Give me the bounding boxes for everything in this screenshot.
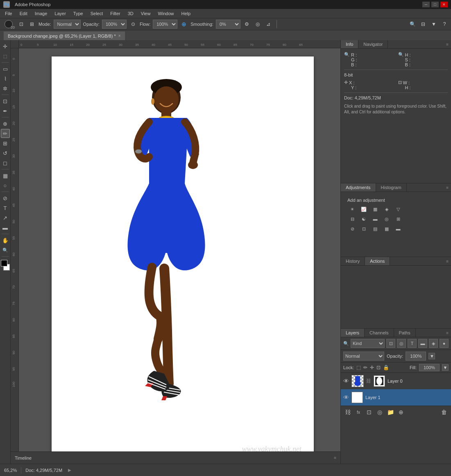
- lock-all-icon[interactable]: 🔒: [383, 365, 389, 370]
- info-panel-menu[interactable]: ≡: [444, 41, 451, 48]
- layers-panel-menu[interactable]: ≡: [444, 329, 451, 337]
- help-icon[interactable]: ?: [440, 20, 449, 28]
- adj-bw[interactable]: ☯: [359, 215, 369, 223]
- brush-settings-icon[interactable]: ⊞: [28, 20, 36, 28]
- maximize-button[interactable]: □: [431, 2, 439, 7]
- document-tab[interactable]: Background change.jpeg @ 65,2% (Layer 1,…: [3, 31, 125, 40]
- menu-help[interactable]: Help: [178, 10, 194, 17]
- add-style-icon[interactable]: fx: [354, 408, 363, 417]
- tool-zoom[interactable]: 🔍: [1, 246, 10, 255]
- adj-vibrance[interactable]: ◈: [382, 205, 392, 213]
- tool-marquee[interactable]: ▭: [1, 64, 10, 73]
- menu-filter[interactable]: Filter: [107, 10, 123, 17]
- filter-kind-select[interactable]: Kind: [351, 339, 385, 348]
- tool-lasso[interactable]: ⌇: [1, 74, 10, 83]
- history-panel-menu[interactable]: ≡: [444, 257, 451, 265]
- tool-path-selection[interactable]: ↗: [1, 213, 10, 222]
- adj-hsl[interactable]: ▽: [393, 205, 403, 213]
- new-layer-icon[interactable]: ⊕: [397, 408, 406, 417]
- stylus-wheel-icon[interactable]: ◎: [254, 20, 262, 28]
- brush-preview[interactable]: 20: [2, 18, 15, 30]
- tab-adjustments[interactable]: Adjustments: [341, 183, 376, 192]
- adj-curves[interactable]: 📈: [359, 205, 369, 213]
- filter-smart-icon[interactable]: ◈: [429, 339, 438, 348]
- opacity-select[interactable]: 100%: [102, 20, 127, 29]
- tool-eyedropper[interactable]: ✒: [1, 106, 10, 115]
- menu-image[interactable]: Image: [32, 10, 51, 17]
- menu-view[interactable]: View: [138, 10, 154, 17]
- tool-magic-wand[interactable]: ✲: [1, 84, 10, 93]
- layer0-chain-icon[interactable]: ⛓: [366, 378, 371, 384]
- mode-select[interactable]: Normal: [54, 20, 81, 29]
- tool-hand[interactable]: ✋: [1, 236, 10, 245]
- layer1-visibility-icon[interactable]: 👁: [343, 394, 349, 401]
- menu-window[interactable]: Window: [154, 10, 177, 17]
- opacity-value-input[interactable]: [406, 352, 426, 361]
- opacity-arrow[interactable]: ▼: [428, 353, 435, 359]
- adj-exposure[interactable]: ▦: [370, 205, 380, 213]
- adj-gradient-map[interactable]: ▦: [382, 225, 392, 233]
- filter-adjust-icon[interactable]: ◎: [397, 339, 406, 348]
- delete-layer-icon[interactable]: 🗑: [440, 408, 449, 417]
- layer-row-1[interactable]: 👁 Layer 1: [341, 389, 451, 406]
- blend-mode-select[interactable]: Normal: [343, 352, 384, 361]
- new-group-icon[interactable]: 📁: [386, 408, 395, 417]
- search-icon[interactable]: 🔍: [408, 20, 417, 28]
- tool-history-brush[interactable]: ↺: [1, 149, 10, 158]
- tool-move[interactable]: ✛: [1, 42, 10, 51]
- filter-pixel-icon[interactable]: ⊡: [386, 339, 395, 348]
- smoothing-settings-icon[interactable]: ⚙: [243, 20, 251, 28]
- status-arrow[interactable]: ▶: [68, 468, 71, 472]
- tool-artboard[interactable]: ⬚: [1, 52, 10, 61]
- tab-info[interactable]: Info: [341, 40, 358, 48]
- fill-arrow[interactable]: ▼: [442, 364, 449, 371]
- fill-value-input[interactable]: [419, 364, 440, 371]
- tab-histogram[interactable]: Histogram: [376, 183, 407, 192]
- menu-3d[interactable]: 3D: [125, 10, 137, 17]
- lock-position-icon[interactable]: ✛: [370, 365, 374, 370]
- tool-eraser[interactable]: ◻: [1, 158, 10, 167]
- adj-invert[interactable]: ⊘: [347, 225, 357, 233]
- new-fill-icon[interactable]: ◎: [375, 408, 384, 417]
- foreground-color[interactable]: [1, 260, 7, 266]
- lock-image-icon[interactable]: ✏: [363, 365, 367, 370]
- timeline-expand-icon[interactable]: ≡: [334, 456, 336, 460]
- adj-channel-mixer[interactable]: ◎: [382, 215, 392, 223]
- adj-posterize[interactable]: ⊡: [359, 225, 369, 233]
- close-button[interactable]: ✕: [440, 2, 448, 7]
- opacity-pressure-icon[interactable]: ⊙: [129, 20, 137, 28]
- add-mask-icon[interactable]: ⊡: [365, 408, 374, 417]
- tab-layers[interactable]: Layers: [341, 329, 365, 337]
- lock-artboard-icon[interactable]: ⊡: [376, 365, 381, 370]
- angle-icon[interactable]: ⊿: [264, 20, 272, 28]
- link-layers-icon[interactable]: ⛓: [343, 408, 352, 417]
- filter-toggle[interactable]: ●: [440, 339, 449, 348]
- flow-select[interactable]: 100%: [153, 20, 177, 29]
- adjustments-panel-menu[interactable]: ≡: [444, 184, 451, 192]
- layer0-visibility-icon[interactable]: 👁: [343, 378, 349, 384]
- tool-brush[interactable]: ✏: [1, 129, 10, 138]
- tab-history[interactable]: History: [341, 257, 365, 265]
- menu-file[interactable]: File: [2, 10, 16, 17]
- tool-dodge[interactable]: ○: [1, 181, 10, 190]
- tool-spot-heal[interactable]: ⊕: [1, 119, 10, 128]
- tab-paths[interactable]: Paths: [394, 329, 416, 337]
- brush-options-icon[interactable]: ⊡: [17, 20, 25, 28]
- workspace-icon[interactable]: ⊟: [419, 20, 427, 28]
- fg-bg-colors[interactable]: [1, 260, 10, 271]
- layer-row-0[interactable]: 👁 ⛓ Layer 0: [341, 373, 451, 389]
- filter-shape-icon[interactable]: ▬: [418, 339, 427, 348]
- menu-select[interactable]: Select: [87, 10, 107, 17]
- menu-type[interactable]: Type: [70, 10, 86, 17]
- tool-pen[interactable]: ⊘: [1, 194, 10, 203]
- close-tab-button[interactable]: ×: [118, 34, 121, 38]
- tab-navigator[interactable]: Navigator: [358, 40, 388, 48]
- adj-color-balance[interactable]: ⊟: [347, 215, 357, 223]
- adj-brightness[interactable]: ☀: [347, 205, 357, 213]
- smoothing-select[interactable]: 0%: [216, 20, 240, 29]
- menu-layer[interactable]: Layer: [51, 10, 69, 17]
- tool-clone[interactable]: ⊞: [1, 139, 10, 148]
- tab-channels[interactable]: Channels: [365, 329, 394, 337]
- adj-selective-color[interactable]: ▬: [393, 225, 403, 233]
- airbrush-icon[interactable]: ⊕: [180, 20, 188, 28]
